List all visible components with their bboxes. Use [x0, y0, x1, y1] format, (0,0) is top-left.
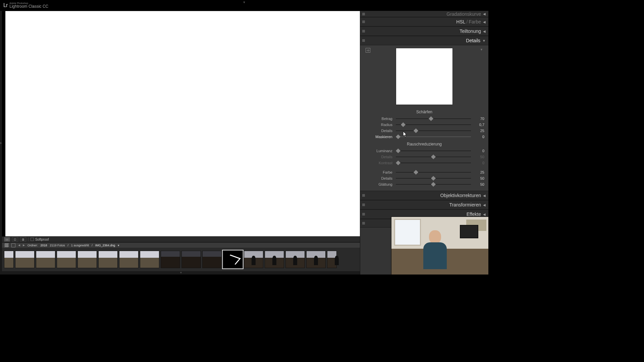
- details-panel-body: ▼ Schärfen Betrag 70 Radius 0,7 Details …: [360, 45, 488, 191]
- panel-split-toning[interactable]: Teiltonung ◀: [360, 26, 488, 36]
- panel-tone-curve[interactable]: Gradationskurve ◀: [360, 11, 488, 17]
- top-panel-toggle-icon[interactable]: ▼: [243, 1, 246, 4]
- panel-switch-icon[interactable]: [362, 213, 365, 216]
- current-filename: IMG_2364.dng: [95, 244, 115, 247]
- slider-label: Glättung: [364, 182, 394, 186]
- thumbnail[interactable]: [98, 251, 118, 268]
- slider-label: Radius: [364, 123, 394, 127]
- thumbnail[interactable]: [15, 251, 35, 268]
- view-loupe-button[interactable]: ▭: [4, 237, 10, 242]
- nav-back-icon[interactable]: ◀: [18, 244, 20, 247]
- thumbnail[interactable]: [140, 251, 159, 268]
- sharpen-amount-row: Betrag 70: [364, 116, 484, 122]
- filename-marker[interactable]: ▾: [118, 244, 119, 247]
- chevron-down-icon[interactable]: ▼: [480, 48, 483, 51]
- noise-color-slider[interactable]: [396, 172, 471, 173]
- noise-lum-detail-slider: [396, 157, 471, 157]
- softproof-label: Softproof: [35, 238, 49, 241]
- app-title: Lightroom Classic CC: [9, 4, 48, 8]
- slider-value: 50: [472, 155, 484, 159]
- slider-value[interactable]: 50: [472, 176, 484, 180]
- slider-value[interactable]: 50: [472, 182, 484, 186]
- sharpen-detail-slider[interactable]: [396, 130, 471, 131]
- slider-value[interactable]: 25: [472, 129, 484, 133]
- detail-preview[interactable]: [396, 48, 453, 105]
- panel-switch-icon[interactable]: [362, 13, 365, 15]
- noise-color-smooth-row: Glättung 50: [364, 181, 484, 187]
- slider-value[interactable]: 70: [472, 117, 484, 121]
- sharpen-radius-row: Radius 0,7: [364, 122, 484, 128]
- chevron-down-icon: ▼: [482, 39, 486, 43]
- thumbnail[interactable]: [327, 251, 337, 268]
- panel-switch-icon[interactable]: [362, 222, 365, 225]
- filmstrip[interactable]: [2, 248, 360, 271]
- app-header: Lr Adobe Photoshop Lightroom Classic CC …: [0, 0, 488, 11]
- slider-value[interactable]: 0: [472, 135, 484, 139]
- sharpen-detail-row: Details 25: [364, 128, 484, 134]
- noise-color-detail-slider[interactable]: [396, 178, 471, 179]
- slider-label: Details: [364, 129, 394, 133]
- nav-fwd-icon[interactable]: ▶: [23, 244, 25, 247]
- panel-switch-icon[interactable]: [362, 203, 365, 206]
- thumbnail[interactable]: [265, 251, 284, 268]
- slider-label: Betrag: [364, 117, 394, 121]
- thumbnail[interactable]: [57, 251, 76, 268]
- thumbnail[interactable]: [119, 251, 139, 268]
- image-canvas[interactable]: [5, 11, 360, 236]
- thumbnail[interactable]: [285, 251, 305, 268]
- thumbnail[interactable]: [161, 251, 180, 268]
- panel-title: Objektivkorrekturen: [440, 193, 481, 198]
- sharpen-masking-row: Maskieren 0: [364, 134, 484, 140]
- thumbnail[interactable]: [77, 251, 97, 268]
- chevron-left-icon: ◀: [483, 12, 486, 16]
- slider-label: Farbe: [364, 170, 394, 174]
- panel-title-b: Farbe: [469, 19, 481, 24]
- panel-switch-icon[interactable]: [362, 30, 365, 33]
- sharpen-radius-slider[interactable]: [396, 124, 471, 125]
- thumbnail[interactable]: [306, 251, 326, 268]
- grid-icon[interactable]: [5, 243, 9, 247]
- thumbnail[interactable]: [36, 251, 55, 268]
- slider-label: Details: [364, 176, 394, 180]
- noise-luminance-slider[interactable]: [396, 150, 471, 151]
- noise-luminance-row: Luminanz 0: [364, 148, 484, 154]
- panel-title: Teiltonung: [460, 28, 481, 34]
- slider-label: Kontrast: [364, 161, 394, 165]
- panel-switch-icon[interactable]: [362, 194, 365, 197]
- panel-transform[interactable]: Transformieren ◀: [360, 200, 488, 209]
- second-window-icon[interactable]: [11, 243, 15, 247]
- slider-value[interactable]: 25: [472, 170, 484, 174]
- noise-color-smooth-slider[interactable]: [396, 184, 471, 185]
- webcam-overlay: [391, 217, 488, 275]
- chevron-left-icon: ◀: [483, 213, 486, 216]
- noise-color-detail-row: Details 50: [364, 175, 484, 181]
- slider-label: Luminanz: [364, 149, 394, 153]
- slider-value[interactable]: 0: [472, 149, 484, 153]
- folder-name[interactable]: 2018: [41, 244, 47, 247]
- thumbnail[interactable]: [4, 251, 14, 268]
- panel-lens-corrections[interactable]: Objektivkorrekturen ◀: [360, 191, 488, 200]
- app-logo: Lr: [3, 2, 7, 8]
- slider-value[interactable]: 0,7: [472, 123, 484, 127]
- view-compare-button[interactable]: ◫: [12, 237, 18, 242]
- noise-section-title: Rauschreduzierung: [364, 142, 484, 146]
- filmstrip-toggle[interactable]: ▼: [2, 271, 360, 275]
- softproof-checkbox[interactable]: Softproof: [31, 238, 49, 241]
- panel-switch-icon[interactable]: [362, 20, 365, 23]
- sharpen-masking-slider[interactable]: [396, 136, 471, 137]
- detail-target-icon[interactable]: [366, 48, 370, 53]
- panel-title: Gradationskurve: [446, 11, 481, 17]
- view-survey-button[interactable]: ▥: [20, 237, 26, 242]
- loupe-toolbar: ▭ ◫ ▥ Softproof: [2, 236, 360, 242]
- panel-switch-icon[interactable]: [362, 39, 365, 42]
- panel-details[interactable]: Details ▼: [360, 36, 488, 45]
- thumbnail[interactable]: [202, 251, 222, 268]
- slider-label: Maskieren: [364, 135, 394, 139]
- sharpen-amount-slider[interactable]: [396, 118, 471, 119]
- thumbnail-selected[interactable]: [223, 251, 243, 268]
- panel-title-a: HSL: [456, 19, 465, 24]
- thumbnail[interactable]: [244, 251, 263, 268]
- thumbnail[interactable]: [181, 251, 201, 268]
- selected-count: 1 ausgewählt: [71, 244, 89, 247]
- panel-hsl[interactable]: HSL/Farbe ◀: [360, 17, 488, 26]
